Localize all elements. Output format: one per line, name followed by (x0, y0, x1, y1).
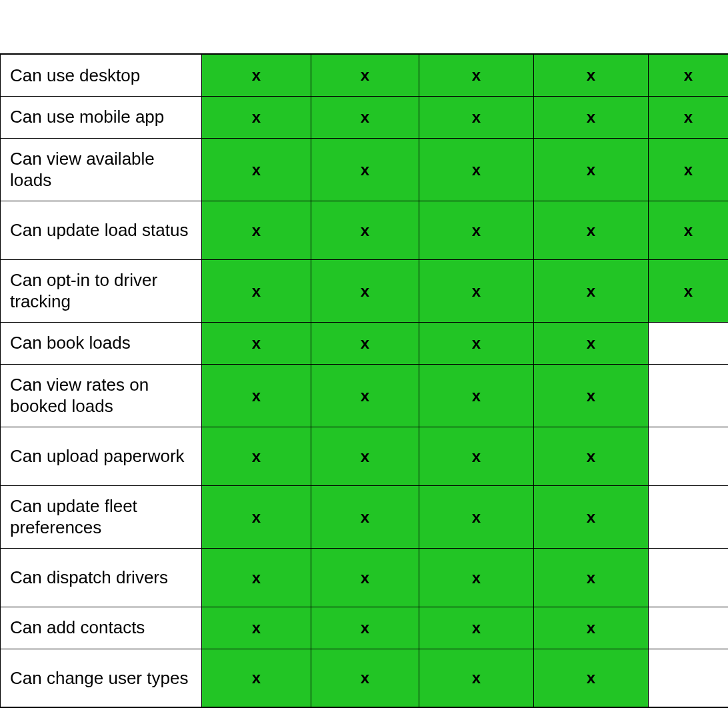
permission-label-cell: Can update load status (1, 201, 202, 259)
permission-cell: x (649, 259, 729, 322)
checkmark-icon: x (361, 669, 369, 687)
permission-cell: x (311, 138, 419, 201)
permission-label: Can view available loads (1, 139, 201, 201)
checkmark-icon: x (252, 447, 261, 466)
checkmark-icon: x (252, 334, 261, 353)
table-row: Can view available loadsxxxxx (1, 138, 729, 201)
permission-cell: x (419, 259, 534, 322)
checkmark-icon: x (361, 569, 369, 587)
table-row: Can book loadsxxxx (1, 322, 729, 364)
permission-cell (649, 427, 729, 485)
permission-cell: x (311, 201, 419, 259)
checkmark-icon: x (684, 221, 693, 240)
table-row: Can update load statusxxxxx (1, 201, 729, 259)
permissions-table: Can use desktopxxxxxCan use mobile appxx… (0, 53, 728, 708)
checkmark-icon: x (472, 387, 481, 405)
checkmark-icon: x (361, 447, 369, 466)
permission-cell: x (534, 364, 649, 427)
checkmark-icon: x (472, 447, 481, 466)
permission-label: Can book loads (1, 323, 201, 363)
table-row: Can upload paperworkxxxx (1, 427, 729, 485)
checkmark-icon: x (252, 669, 261, 687)
permission-cell: x (534, 649, 649, 707)
permission-cell: x (311, 649, 419, 707)
permission-label: Can update load status (1, 210, 201, 251)
checkmark-icon: x (472, 282, 481, 301)
permission-label: Can use desktop (1, 55, 201, 96)
checkmark-icon: x (587, 334, 595, 353)
checkmark-icon: x (252, 161, 261, 179)
permission-cell: x (311, 259, 419, 322)
permission-cell: x (202, 364, 311, 427)
permission-label-cell: Can use mobile app (1, 96, 202, 138)
checkmark-icon: x (361, 619, 369, 637)
permission-cell: x (534, 138, 649, 201)
permission-label-cell: Can use desktop (1, 54, 202, 96)
permission-cell: x (419, 427, 534, 485)
checkmark-icon: x (252, 282, 261, 301)
table-row: Can dispatch driversxxxx (1, 548, 729, 607)
permission-label: Can add contacts (1, 607, 201, 648)
permission-cell: x (202, 96, 311, 138)
permission-cell: x (419, 138, 534, 201)
permission-cell: x (311, 485, 419, 548)
permission-label-cell: Can book loads (1, 322, 202, 364)
permission-cell (649, 548, 729, 607)
permission-cell (649, 364, 729, 427)
permission-label: Can change user types (1, 658, 201, 699)
permission-cell: x (202, 649, 311, 707)
permission-cell: x (534, 548, 649, 607)
permission-cell: x (311, 548, 419, 607)
checkmark-icon: x (684, 108, 693, 127)
permission-cell: x (202, 138, 311, 201)
permission-cell: x (202, 607, 311, 649)
permission-label: Can view rates on booked loads (1, 365, 201, 427)
checkmark-icon: x (587, 282, 595, 301)
permission-cell: x (534, 607, 649, 649)
checkmark-icon: x (252, 569, 261, 587)
permission-label-cell: Can opt-in to driver tracking (1, 259, 202, 322)
checkmark-icon: x (361, 66, 369, 85)
permission-cell: x (534, 54, 649, 96)
checkmark-icon: x (472, 66, 481, 85)
permission-cell: x (419, 548, 534, 607)
checkmark-icon: x (684, 66, 693, 85)
checkmark-icon: x (684, 161, 693, 179)
table-row: Can view rates on booked loadsxxxx (1, 364, 729, 427)
checkmark-icon: x (587, 508, 595, 527)
permission-cell: x (534, 201, 649, 259)
checkmark-icon: x (252, 108, 261, 127)
permission-label-cell: Can change user types (1, 649, 202, 707)
checkmark-icon: x (472, 108, 481, 127)
permission-cell: x (419, 649, 534, 707)
permission-cell: x (534, 427, 649, 485)
permission-cell: x (311, 364, 419, 427)
permission-cell: x (311, 96, 419, 138)
permission-cell: x (534, 259, 649, 322)
checkmark-icon: x (361, 387, 369, 405)
permission-label-cell: Can upload paperwork (1, 427, 202, 485)
permission-cell: x (202, 485, 311, 548)
permission-cell: x (311, 322, 419, 364)
checkmark-icon: x (587, 387, 595, 405)
table-row: Can use desktopxxxxx (1, 54, 729, 96)
checkmark-icon: x (587, 669, 595, 687)
checkmark-icon: x (587, 66, 595, 85)
checkmark-icon: x (472, 221, 481, 240)
table-row: Can update fleet preferencesxxxx (1, 485, 729, 548)
permissions-table-container: Can use desktopxxxxxCan use mobile appxx… (0, 0, 728, 710)
permission-label: Can use mobile app (1, 97, 201, 137)
permission-label-cell: Can add contacts (1, 607, 202, 649)
checkmark-icon: x (361, 108, 369, 127)
permission-label-cell: Can view available loads (1, 138, 202, 201)
permission-cell (649, 649, 729, 707)
table-row: Can opt-in to driver trackingxxxxx (1, 259, 729, 322)
permission-cell: x (649, 54, 729, 96)
checkmark-icon: x (361, 508, 369, 527)
permission-label: Can upload paperwork (1, 436, 201, 477)
checkmark-icon: x (472, 161, 481, 179)
permission-cell: x (419, 54, 534, 96)
checkmark-icon: x (472, 508, 481, 527)
permission-cell: x (649, 138, 729, 201)
checkmark-icon: x (587, 447, 595, 466)
